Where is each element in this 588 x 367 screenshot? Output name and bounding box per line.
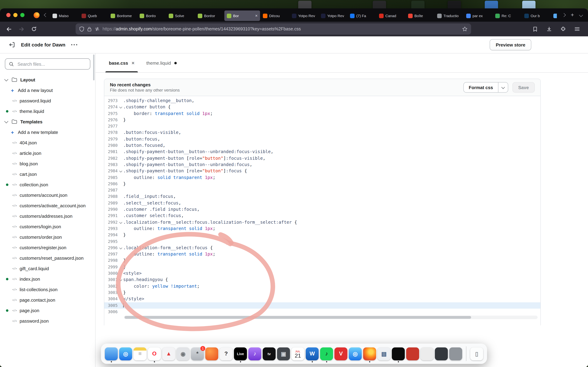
file-item[interactable]: </>theme.liquid bbox=[0, 106, 95, 117]
dock-item-trash[interactable]: ▯ bbox=[470, 347, 483, 360]
back-button[interactable] bbox=[4, 25, 13, 33]
browser-tab[interactable]: Yotpo Rev bbox=[289, 10, 318, 21]
browser-tab[interactable]: Traductio bbox=[435, 10, 463, 21]
browser-tab[interactable]: Queb bbox=[79, 10, 108, 21]
exit-code-editor-icon[interactable] bbox=[9, 41, 15, 48]
file-item[interactable]: </>password.json bbox=[0, 316, 95, 326]
code-line[interactable]: 2998} bbox=[104, 258, 540, 264]
code-line[interactable]: 2992.localization-form__select:focus.loc… bbox=[104, 219, 540, 225]
editor-tab-theme-liquid[interactable]: theme.liquid bbox=[141, 53, 182, 72]
dock-item-spotify[interactable]: ♪ bbox=[320, 347, 333, 360]
fold-chevron-icon[interactable] bbox=[119, 106, 122, 108]
code-line[interactable]: 2977 bbox=[104, 123, 540, 130]
code-line[interactable]: 2991.customer select:focus, bbox=[104, 213, 540, 219]
add-file-button[interactable]: +Add a new layout bbox=[0, 85, 95, 95]
dock-item-wallet[interactable]: ▤ bbox=[378, 347, 390, 360]
code-line[interactable]: 2997 outline: transparent solid 1px; bbox=[104, 251, 540, 258]
scrollbar-thumb[interactable] bbox=[125, 316, 471, 319]
dock-item-settings[interactable]: *1 bbox=[191, 347, 204, 360]
dock-item-mini-grey[interactable] bbox=[449, 347, 462, 360]
forward-button[interactable] bbox=[17, 25, 26, 33]
file-item[interactable]: </>page.json bbox=[0, 305, 95, 316]
dock-item-word[interactable]: W bbox=[306, 347, 319, 360]
add-file-button[interactable]: +Add a new template bbox=[0, 127, 95, 137]
dock-item-black-app[interactable] bbox=[392, 347, 405, 360]
dock-item-orange-ball[interactable] bbox=[205, 347, 218, 360]
dock-item-podcasts[interactable]: ♪ bbox=[248, 347, 261, 360]
file-item[interactable]: </>page.contact.json bbox=[0, 295, 95, 305]
code-line[interactable]: 3000<style> bbox=[104, 270, 540, 277]
format-css-button[interactable]: Format css bbox=[464, 82, 498, 93]
fold-chevron-icon[interactable] bbox=[119, 221, 122, 224]
file-item[interactable]: </>list-collections.json bbox=[0, 284, 95, 295]
file-item[interactable]: </>blog.json bbox=[0, 158, 95, 169]
tab-scroll-left-icon[interactable] bbox=[44, 13, 48, 17]
code-line[interactable]: 3003} bbox=[104, 289, 540, 296]
new-tab-button[interactable]: + bbox=[571, 12, 574, 18]
code-line[interactable]: 2978.button:focus-visible, bbox=[104, 130, 540, 136]
file-item[interactable]: </>404.json bbox=[0, 137, 95, 148]
search-input[interactable] bbox=[17, 61, 86, 67]
file-item[interactable]: </>customers/addresses.json bbox=[0, 211, 95, 221]
browser-tab[interactable]: par ex bbox=[464, 10, 493, 21]
lock-icon[interactable] bbox=[87, 26, 92, 32]
code-line[interactable]: 3002 color: yellow !important; bbox=[104, 283, 540, 289]
browser-tab[interactable]: (7) Fa bbox=[347, 10, 376, 21]
bookmark-star-icon[interactable] bbox=[462, 26, 467, 32]
tab-scroll-right-icon[interactable] bbox=[562, 13, 566, 17]
dock-item-compass[interactable]: ◎ bbox=[349, 347, 362, 360]
file-item[interactable]: </>customers/activate_account.json bbox=[0, 200, 95, 211]
code-line[interactable]: 3006 bbox=[104, 309, 540, 315]
file-item[interactable]: </>article.json bbox=[0, 148, 95, 158]
fold-chevron-icon[interactable] bbox=[119, 278, 122, 281]
file-item[interactable]: </>gift_card.liquid bbox=[0, 263, 95, 274]
firefox-pinned-tab-icon[interactable] bbox=[34, 12, 40, 18]
dock-item-live[interactable]: Live bbox=[234, 347, 247, 360]
code-line[interactable]: 2988.field__input:focus, bbox=[104, 193, 540, 200]
code-line[interactable]: 2973.shopify-challenge__button, bbox=[104, 98, 540, 104]
editor-tab-base-css[interactable]: base.css × bbox=[104, 53, 139, 72]
browser-tab[interactable]: Bor× bbox=[224, 10, 260, 21]
tree-section-header[interactable]: Templates bbox=[0, 117, 95, 127]
tab-list-chevron-icon[interactable] bbox=[579, 13, 583, 17]
url-bar[interactable]: https://admin.shopify.com/store/boreome-… bbox=[76, 23, 471, 35]
code-line[interactable]: 2980.button.focused, bbox=[104, 142, 540, 149]
dock-item-firefox[interactable] bbox=[363, 347, 376, 360]
dock-item-v-app[interactable]: V bbox=[334, 347, 347, 360]
code-line[interactable]: 2982.shopify-payment-button [role="butto… bbox=[104, 155, 540, 161]
browser-tab[interactable]: Décou bbox=[260, 10, 289, 21]
dock-item-mail-red[interactable]: ▲ bbox=[162, 347, 175, 360]
dock-item-help[interactable]: ? bbox=[220, 347, 233, 360]
extensions-puzzle-icon[interactable] bbox=[559, 25, 568, 33]
code-line[interactable]: 3005 bbox=[104, 302, 540, 309]
code-line[interactable]: 2974.customer button { bbox=[104, 104, 540, 110]
file-item[interactable]: </>customers/login.json bbox=[0, 221, 95, 232]
file-item[interactable]: </>index.json bbox=[0, 274, 95, 284]
code-line[interactable]: 2995 bbox=[104, 238, 540, 245]
browser-tab[interactable]: Yotpo Rev bbox=[319, 10, 347, 21]
code-line[interactable]: 2993 outline: transparent solid 1px; bbox=[104, 225, 540, 232]
code-line[interactable]: 2999} bbox=[104, 264, 540, 270]
browser-tab[interactable]: Re: C bbox=[493, 10, 521, 21]
dock-item-safari[interactable]: ◎ bbox=[119, 347, 132, 360]
reload-button[interactable] bbox=[29, 25, 38, 33]
code-line[interactable]: 3004</style> bbox=[104, 296, 540, 302]
fold-chevron-icon[interactable] bbox=[119, 169, 122, 173]
dock-item-record[interactable]: ◉ bbox=[177, 347, 190, 360]
dock-item-apple-tv[interactable]: tv bbox=[263, 347, 276, 360]
code-line[interactable]: 2989.select__select:focus, bbox=[104, 200, 540, 206]
dock-item-mini-light[interactable] bbox=[421, 347, 433, 360]
code-editor[interactable]: 2973.shopify-challenge__button,2974.cust… bbox=[104, 96, 540, 325]
minimize-window-button[interactable] bbox=[13, 13, 17, 17]
sidebar-scrollbar[interactable] bbox=[93, 55, 95, 80]
browser-tab[interactable]: Maiso bbox=[50, 10, 79, 21]
code-line[interactable]: 2985 outline: solid transparent 1px; bbox=[104, 174, 540, 181]
browser-tab[interactable]: Solve bbox=[166, 10, 195, 21]
code-line[interactable]: 3001span.headingyou { bbox=[104, 277, 540, 283]
fold-chevron-icon[interactable] bbox=[119, 246, 122, 249]
file-item[interactable]: </>customers/register.json bbox=[0, 242, 95, 253]
browser-tab[interactable]: Boréo bbox=[137, 10, 166, 21]
file-item[interactable]: </>password.liquid bbox=[0, 95, 95, 106]
code-line[interactable]: 2987 bbox=[104, 187, 540, 193]
horizontal-scrollbar[interactable] bbox=[124, 316, 538, 319]
